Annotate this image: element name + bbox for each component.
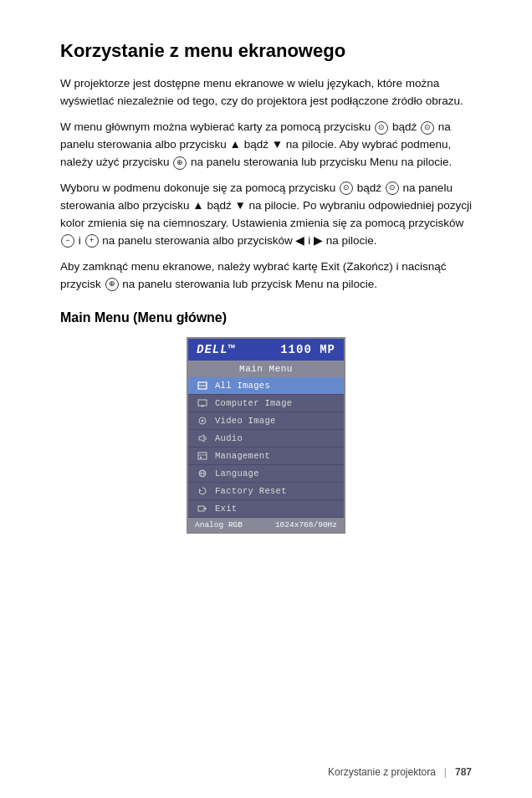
- page-content: Korzystanie z menu ekranowego W projekto…: [0, 0, 532, 574]
- osd-item-label: Video Image: [215, 416, 276, 426]
- svg-rect-12: [200, 457, 202, 458]
- osd-menu-item[interactable]: Computer Image: [188, 395, 344, 412]
- button-icon-down2: ⊙: [386, 182, 399, 195]
- svg-line-9: [205, 438, 207, 440]
- osd-item-label: Management: [215, 451, 270, 461]
- button-icon-minus: −: [61, 234, 74, 248]
- footer-separator: |: [444, 766, 447, 778]
- paragraph-4: Aby zamknąć menu ekranowe, należy wybrać…: [60, 258, 472, 294]
- page-number: 787: [455, 766, 472, 778]
- paragraph-1: W projektorze jest dostępne menu ekranow…: [60, 75, 472, 110]
- audio-icon: [195, 432, 210, 444]
- svg-rect-17: [198, 506, 204, 511]
- factory-reset-icon: [195, 485, 210, 497]
- osd-model: 1100 MP: [280, 343, 335, 356]
- video-image-icon: [195, 415, 210, 427]
- button-icon-enter: ⊕: [105, 278, 119, 291]
- osd-menu-item[interactable]: Management: [188, 448, 344, 465]
- osd-menu-item[interactable]: Exit: [188, 500, 344, 518]
- all-images-icon: [195, 380, 210, 391]
- osd-item-label: Language: [215, 468, 259, 478]
- svg-point-6: [202, 419, 204, 422]
- svg-rect-2: [198, 400, 207, 406]
- page-title: Korzystanie z menu ekranowego: [60, 40, 472, 62]
- osd-header: DELL™ 1100 MP: [188, 339, 344, 361]
- button-icon-circle-dot: ⊙: [421, 121, 434, 135]
- svg-rect-10: [198, 453, 207, 459]
- osd-item-label: Factory Reset: [215, 486, 287, 496]
- osd-menu-item[interactable]: All Images: [188, 377, 344, 395]
- osd-screenshot: DELL™ 1100 MP Main Menu All Images Compu…: [187, 337, 345, 534]
- osd-footer: Analog RGB 1024x768/90Hz: [188, 518, 344, 532]
- page-footer: Korzystanie z projektora | 787: [0, 766, 532, 778]
- button-icon-menu: ⊕: [173, 156, 187, 170]
- dell-brand: DELL™: [197, 343, 236, 356]
- osd-item-label: Exit: [215, 504, 237, 514]
- computer-image-icon: [195, 397, 210, 409]
- section-heading: Main Menu (Menu główne): [60, 310, 472, 325]
- button-icon-circle-up: ⊙: [375, 121, 388, 135]
- svg-marker-7: [199, 435, 204, 442]
- svg-marker-16: [199, 489, 202, 491]
- osd-menu-title: Main Menu: [188, 361, 344, 377]
- paragraph-3: Wyboru w podmenu dokonuje się za pomocą …: [60, 180, 472, 250]
- osd-menu-item[interactable]: Factory Reset: [188, 483, 344, 500]
- button-icon-up2: ⊙: [340, 182, 353, 195]
- osd-footer-left: Analog RGB: [195, 520, 243, 529]
- osd-item-label: All Images: [215, 381, 270, 391]
- osd-menu-item[interactable]: Language: [188, 465, 344, 483]
- osd-item-label: Computer Image: [215, 398, 292, 408]
- osd-menu-item[interactable]: Video Image: [188, 412, 344, 430]
- osd-menu-item[interactable]: Audio: [188, 430, 344, 448]
- osd-footer-right: 1024x768/90Hz: [275, 520, 337, 529]
- svg-marker-19: [205, 507, 207, 510]
- button-icon-plus: +: [85, 234, 99, 248]
- paragraph-2: W menu głównym można wybierać karty za p…: [60, 119, 472, 171]
- footer-section-label: Korzystanie z projektora: [328, 766, 436, 778]
- management-icon: [195, 450, 210, 462]
- language-icon: [195, 468, 210, 479]
- osd-item-label: Audio: [215, 433, 243, 443]
- exit-icon: [195, 503, 210, 514]
